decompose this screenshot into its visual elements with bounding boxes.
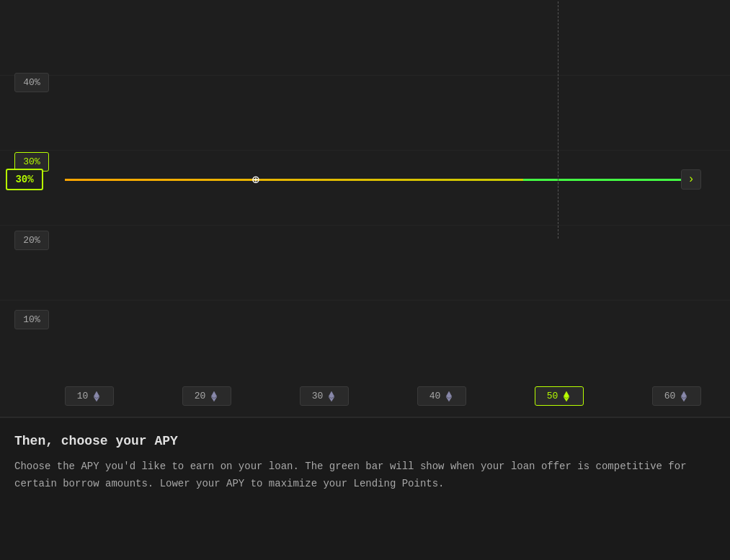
svg-marker-2 [211, 391, 217, 398]
svg-marker-4 [329, 391, 334, 398]
svg-marker-0 [94, 391, 99, 398]
dashed-vertical-line [558, 0, 558, 239]
chart-area: 40% 30% 20% 10% 30% ⊕ › [0, 0, 730, 418]
x-axis: 10 20 30 [65, 386, 701, 406]
arrow-button[interactable]: › [681, 169, 701, 190]
eth-icon-10 [92, 391, 102, 401]
x-label-60-value: 60 [664, 391, 676, 401]
x-label-30[interactable]: 30 [300, 386, 349, 406]
line-yellow [65, 179, 523, 181]
x-label-30-value: 30 [312, 391, 324, 401]
x-label-50[interactable]: 50 [535, 386, 584, 406]
svg-marker-6 [446, 391, 452, 398]
bottom-text-section: Then, choose your APY Choose the APY you… [0, 418, 730, 507]
eth-icon-60 [679, 391, 689, 401]
chart-content: 30% ⊕ › [65, 0, 701, 359]
line-green [523, 179, 701, 181]
y-label-20: 20% [14, 231, 49, 250]
apy-current-label: 30% [6, 169, 43, 190]
section-description: Choose the APY you'd like to earn on you… [14, 458, 706, 493]
apy-line: 30% ⊕ › [65, 178, 701, 181]
x-label-10[interactable]: 10 [65, 386, 114, 406]
x-label-50-value: 50 [547, 391, 558, 401]
eth-icon-30 [326, 391, 337, 401]
x-label-40[interactable]: 40 [417, 386, 466, 406]
y-label-10: 10% [14, 310, 49, 329]
x-label-60[interactable]: 60 [652, 386, 701, 406]
move-cursor-icon[interactable]: ⊕ [252, 172, 259, 187]
svg-marker-10 [681, 391, 687, 398]
x-label-40-value: 40 [429, 391, 441, 401]
x-label-20-value: 20 [195, 391, 206, 401]
svg-marker-8 [564, 391, 569, 398]
eth-icon-50 [561, 391, 571, 401]
eth-icon-40 [444, 391, 454, 401]
x-label-20[interactable]: 20 [182, 386, 231, 406]
y-label-40: 40% [14, 73, 49, 92]
section-title: Then, choose your APY [14, 434, 716, 448]
eth-icon-20 [209, 391, 219, 401]
y-axis: 40% 30% 20% 10% [14, 0, 49, 417]
x-label-10-value: 10 [77, 391, 89, 401]
apy-line-container[interactable]: 30% ⊕ › [65, 178, 701, 181]
